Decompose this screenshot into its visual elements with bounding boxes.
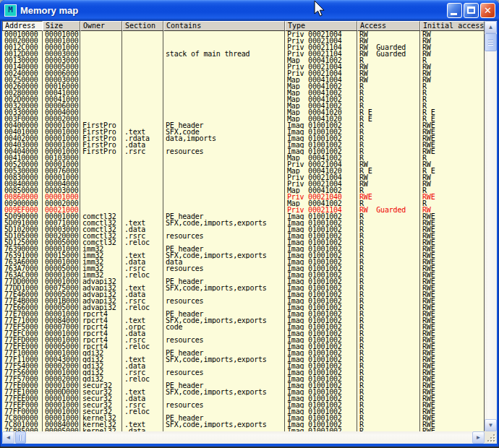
- table-row[interactable]: 77EFC00000001000rpcrt4.dataImag 01001002…: [2, 330, 485, 337]
- table-row[interactable]: 77E6600000005000advapi32.relocImag 01001…: [2, 304, 485, 311]
- table-row[interactable]: 77F5700000002000gdi32.relocImag 01001002…: [2, 376, 485, 382]
- resize-grip[interactable]: [485, 431, 497, 444]
- table-row[interactable]: 0040300000001000FirstPro.dataImag 010010…: [2, 142, 485, 148]
- cell-address: 00830000: [2, 174, 43, 181]
- cell-access: RWE: [357, 194, 420, 200]
- table-row[interactable]: 0025000000003000Map 00041004RWRW: [2, 77, 485, 83]
- cell-address: 77DD0000: [2, 278, 43, 285]
- table-row[interactable]: 7C80000000001000kernel32PE headerImag 01…: [2, 415, 485, 421]
- cell-address: 77FE0000: [2, 382, 43, 389]
- vertical-scroll-thumb[interactable]: [485, 33, 497, 51]
- table-row[interactable]: 77DD100000075000advapi32.textSFX,code,im…: [2, 285, 485, 291]
- cell-contains: [163, 330, 285, 337]
- table-row[interactable]: 5D12500000005000comctl32.relocImag 01001…: [2, 239, 485, 246]
- table-row[interactable]: 5D09100000071000comctl32.textSFX,code,im…: [2, 220, 485, 226]
- cell-type: Imag 01001002: [285, 382, 357, 389]
- table-row[interactable]: 002D000000041000Map 00041002RR: [2, 96, 485, 103]
- titlebar[interactable]: M Memory map ✕: [0, 0, 499, 21]
- table-row[interactable]: 7C80100000084000kernel32.textSFX,code,im…: [2, 421, 485, 428]
- table-row[interactable]: 77EF500000007000rpcrt4.orpccodeImag 0100…: [2, 324, 485, 330]
- column-header-address[interactable]: Address: [2, 21, 43, 31]
- table-row[interactable]: 0002000000001000Priv 00021004RWRW: [2, 38, 485, 44]
- table-row[interactable]: 77DD000000001000advapi32PE headerImag 01…: [2, 278, 485, 285]
- cell-initial-access: RWE: [420, 246, 485, 252]
- cell-contains: [163, 64, 285, 70]
- cell-access: R: [357, 304, 420, 311]
- table-row[interactable]: 0053000000076000Map 00041020R ER E: [2, 168, 485, 174]
- close-button[interactable]: ✕: [480, 3, 495, 18]
- table-row[interactable]: 0090000000002000Map 00041002RR: [2, 200, 485, 207]
- table-row[interactable]: 77FEF00000001000secur32.rsrcresourcesIma…: [2, 402, 485, 408]
- maximize-button[interactable]: [464, 3, 479, 18]
- scroll-right-button[interactable]: ►: [472, 431, 485, 444]
- table-row[interactable]: 003F000000002000Map 00041020R ER E: [2, 116, 485, 122]
- table-row[interactable]: 77FE000000001000secur32PE headerImag 010…: [2, 382, 485, 389]
- table-row[interactable]: 77F5600000001000gdi32.rsrcresourcesImag …: [2, 369, 485, 376]
- column-header-size[interactable]: Size: [43, 21, 80, 31]
- column-header-initial-access[interactable]: Initial access: [420, 21, 485, 31]
- table-row[interactable]: 763A700000005000imm32.rsrcresourcesImag …: [2, 265, 485, 272]
- table-row[interactable]: 0032000000006000Map 00041002RR: [2, 103, 485, 109]
- table-row[interactable]: 0040200000001000FirstPro.rdatadata,impor…: [2, 135, 485, 142]
- horizontal-scrollbar[interactable]: ◄ ►: [2, 431, 485, 444]
- scroll-down-button[interactable]: ▼: [485, 419, 497, 431]
- table-row[interactable]: 77FEE00000001000secur32.dataImag 0100100…: [2, 395, 485, 402]
- cell-type: Imag 01001002: [285, 148, 357, 155]
- table-row[interactable]: 77F1000000001000gdi32PE headerImag 01001…: [2, 350, 485, 356]
- table-row[interactable]: 77FF000000001000secur32.relocImag 010010…: [2, 408, 485, 415]
- table-row[interactable]: 0084000000004000Priv 00021004RWRW: [2, 181, 485, 187]
- column-header-type[interactable]: Type: [285, 21, 357, 31]
- table-row[interactable]: 0083000000001000Priv 00021004RWRW: [2, 174, 485, 181]
- column-header-access[interactable]: Access: [357, 21, 420, 31]
- table-row[interactable]: 77F1100000043000gdi32.textSFX,code,impor…: [2, 356, 485, 363]
- table-row[interactable]: 0013000000003000Map 00041002RR: [2, 57, 485, 64]
- cell-address: 763AC000: [2, 272, 43, 278]
- table-row[interactable]: 0014000000005000Priv 00021004RWRW: [2, 64, 485, 70]
- table-row[interactable]: 77E4600000005000advapi32.dataImag 010010…: [2, 291, 485, 298]
- cell-size: 00001000: [43, 148, 80, 155]
- table-row[interactable]: 0024000000006000Priv 00021004RWRW: [2, 70, 485, 77]
- table-row[interactable]: 77EFD00000001000rpcrt4.rsrcresourcesImag…: [2, 337, 485, 343]
- table-row[interactable]: 0040400000001000FirstPro.rsrcresourcesIm…: [2, 148, 485, 155]
- table-row[interactable]: 0012D00000003000stack of main threadPriv…: [2, 51, 485, 57]
- cell-size: 00003000: [43, 226, 80, 233]
- table-row[interactable]: 5D10200000003000comctl32.dataImag 010010…: [2, 226, 485, 233]
- table-row[interactable]: 77FE10000000D000secur32.textSFX,code,imp…: [2, 389, 485, 395]
- table-row[interactable]: 009EF00000021000Priv 00021104RW GuardedR…: [2, 207, 485, 213]
- table-row[interactable]: 763A600000001000imm32.datadataImag 01001…: [2, 259, 485, 265]
- minimize-button[interactable]: [447, 3, 462, 18]
- table-row[interactable]: 5D10500000020000comctl32.rsrcresourcesIm…: [2, 233, 485, 239]
- table-row[interactable]: 0012C00000001000Priv 00021104RW GuardedR…: [2, 44, 485, 51]
- vertical-scrollbar[interactable]: ▲ ▼: [485, 21, 497, 431]
- column-header-owner[interactable]: Owner: [80, 21, 122, 31]
- table-row[interactable]: 5D09000000001000comctl32PE headerImag 01…: [2, 213, 485, 220]
- cell-section: [122, 57, 163, 64]
- window-m-icon[interactable]: M: [4, 4, 17, 17]
- table-row[interactable]: 0040100000001000FirstPro.textSFX,codeIma…: [2, 129, 485, 135]
- table-row[interactable]: 0028000000041000Map 00041002RR: [2, 90, 485, 96]
- table-row[interactable]: 77E4B0000001B000advapi32.rsrcresourcesIm…: [2, 298, 485, 304]
- cell-owner: [80, 161, 122, 168]
- cell-size: 00003000: [43, 51, 80, 57]
- table-row[interactable]: 0086000000001000Priv 00021040RWERWE: [2, 194, 485, 200]
- cell-address: 77EF5000: [2, 324, 43, 330]
- horizontal-scroll-thumb[interactable]: [15, 431, 26, 444]
- table-row[interactable]: 7639000000001000imm32PE headerImag 01001…: [2, 246, 485, 252]
- column-header-contains[interactable]: Contains: [163, 21, 285, 31]
- table-row[interactable]: 7639100000015000imm32.textSFX,code,impor…: [2, 252, 485, 259]
- table-row[interactable]: 77F5400000002000gdi32.dataImag 01001002R…: [2, 363, 485, 369]
- table-row[interactable]: 0041000000103000Map 00041002RR: [2, 155, 485, 161]
- scroll-left-button[interactable]: ◄: [2, 431, 14, 444]
- table-row[interactable]: 0033000000004000Map 00041020R ER E: [2, 109, 485, 116]
- table-row[interactable]: 0001000000001000Priv 00021004RWRW: [2, 31, 485, 38]
- scroll-up-button[interactable]: ▲: [485, 21, 497, 33]
- table-row[interactable]: 0040000000001000FirstProPE headerImag 01…: [2, 122, 485, 129]
- table-row[interactable]: 0026000000016000Map 00041002RR: [2, 83, 485, 90]
- table-row[interactable]: 77E7100000084000rpcrt4.textSFX,code,impo…: [2, 317, 485, 324]
- table-row[interactable]: 0052000000001000Priv 00021004RWRW: [2, 161, 485, 168]
- table-row[interactable]: 763AC00000001000imm32.relocImag 01001002…: [2, 272, 485, 278]
- column-header-section[interactable]: Section: [122, 21, 163, 31]
- table-row[interactable]: 77E7000000001000rpcrt4PE headerImag 0100…: [2, 311, 485, 317]
- table-row[interactable]: 77EFE00000005000rpcrt4.relocImag 0100100…: [2, 343, 485, 350]
- table-row[interactable]: 0085000000003000Map 00041002RR: [2, 187, 485, 194]
